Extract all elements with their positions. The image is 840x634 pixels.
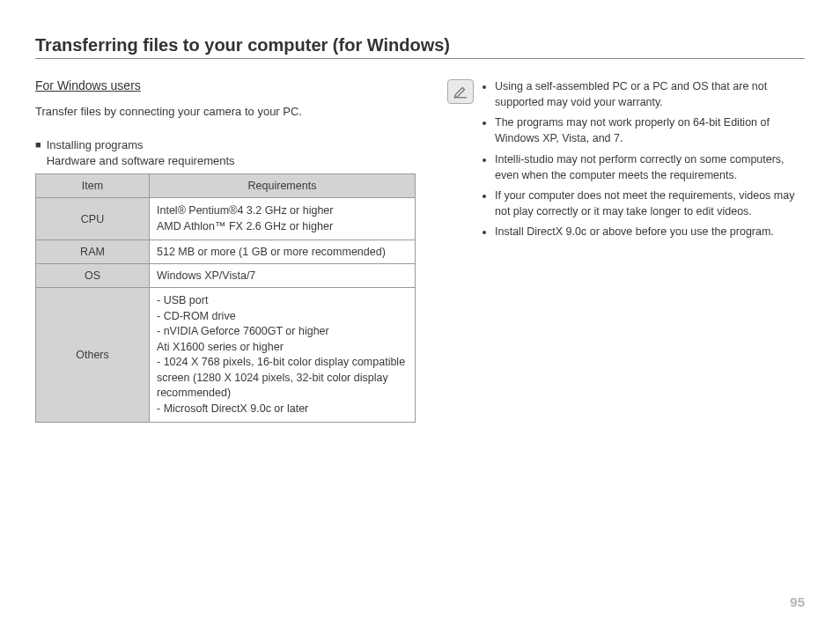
notes-list: Using a self-assembled PC or a PC and OS… [481,78,805,244]
table-cell-label: Others [36,288,150,423]
note-icon [447,79,474,104]
requirements-table: Item Requirements CPU Intel® Pentium®4 3… [35,173,416,423]
table-row: OS Windows XP/Vista/7 [36,264,416,288]
page-title: Transferring files to your computer (for… [35,35,805,59]
table-row: RAM 512 MB or more (1 GB or more recomme… [36,240,416,264]
table-cell-label: OS [36,264,150,288]
left-column: For Windows users Transfer files by conn… [35,78,416,423]
pencil-note-icon [453,84,468,100]
table-cell-label: CPU [36,198,150,240]
note-box: Using a self-assembled PC or a PC and OS… [447,78,805,244]
table-cell-value: Windows XP/Vista/7 [150,264,416,288]
list-item: Using a self-assembled PC or a PC and OS… [495,78,805,110]
square-bullet-icon: ■ [35,139,41,150]
section-heading: For Windows users [35,78,416,92]
list-item: If your computer does not meet the requi… [495,188,805,219]
table-header-requirements: Requirements [150,174,416,198]
table-row: Others - USB port - CD-ROM drive - nVIDI… [36,288,416,423]
cell-text: Intel® Pentium®4 3.2 GHz or higher AMD A… [157,203,408,234]
subsection-heading-text: Installing programs Hardware and softwar… [47,137,235,169]
subhead-line1: Installing programs [47,138,144,151]
table-cell-value: Intel® Pentium®4 3.2 GHz or higher AMD A… [150,198,416,240]
list-item: Install DirectX 9.0c or above before you… [495,224,805,240]
content-columns: For Windows users Transfer files by conn… [35,78,805,423]
table-cell-value: - USB port - CD-ROM drive - nVIDIA Gefor… [150,288,416,423]
table-row: CPU Intel® Pentium®4 3.2 GHz or higher A… [36,198,416,240]
intro-text: Transfer files by connecting your camera… [35,105,416,118]
subhead-line2: Hardware and software requirements [47,154,235,167]
table-cell-label: RAM [36,240,150,264]
cell-text: - USB port - CD-ROM drive - nVIDIA Gefor… [157,293,408,417]
page-number: 95 [790,594,805,609]
table-cell-value: 512 MB or more (1 GB or more recommended… [150,240,416,264]
list-item: Intelli-studio may not perform correctly… [495,151,805,183]
right-column: Using a self-assembled PC or a PC and OS… [447,78,805,423]
table-header-item: Item [36,174,150,198]
list-item: The programs may not work properly on 64… [495,114,805,146]
subsection-heading: ■ Installing programs Hardware and softw… [35,137,416,169]
